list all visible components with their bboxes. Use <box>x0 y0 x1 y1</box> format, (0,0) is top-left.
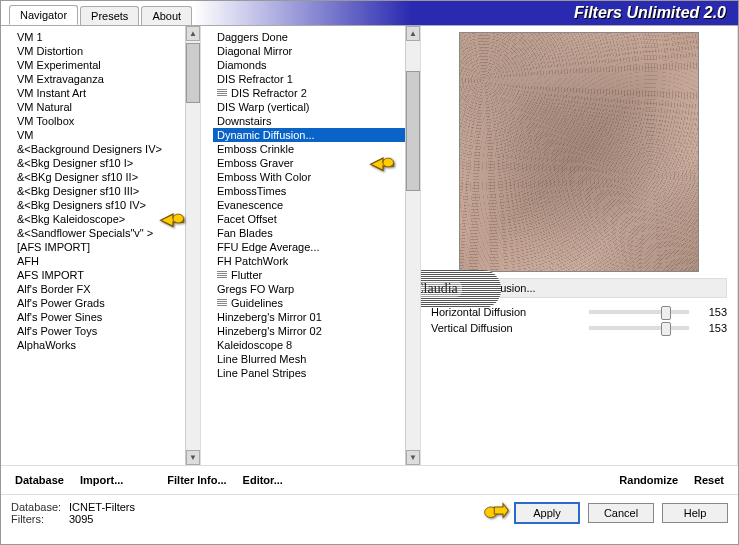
list-item[interactable]: &<Bkg Kaleidoscope> <box>13 212 200 226</box>
tab-presets[interactable]: Presets <box>80 6 139 25</box>
list-item-label: DIS Refractor 1 <box>217 73 293 85</box>
list-item[interactable]: &<BKg Designer sf10 II> <box>13 170 200 184</box>
list-item-label: Downstairs <box>217 115 271 127</box>
list-item[interactable]: Downstairs <box>213 114 420 128</box>
list-item[interactable]: Flutter <box>213 268 420 282</box>
list-item[interactable]: Emboss Graver <box>213 156 420 170</box>
list-item[interactable]: VM 1 <box>13 30 200 44</box>
app-title: Filters Unlimited 2.0 <box>574 4 726 22</box>
list-item-label: FFU Edge Average... <box>217 241 320 253</box>
list-item[interactable]: Hinzeberg's Mirror 01 <box>213 310 420 324</box>
list-item[interactable]: VM Experimental <box>13 58 200 72</box>
list-item-label: DIS Refractor 2 <box>231 87 307 99</box>
list-item-label: Line Panel Stripes <box>217 367 306 379</box>
param-value: 153 <box>697 322 727 334</box>
list-item-label: DIS Warp (vertical) <box>217 101 310 113</box>
list-item[interactable]: VM Extravaganza <box>13 72 200 86</box>
preset-icon <box>217 271 227 279</box>
list-item[interactable]: Kaleidoscope 8 <box>213 338 420 352</box>
preset-icon <box>217 299 227 307</box>
list-item[interactable]: Facet Offset <box>213 212 420 226</box>
list-item[interactable]: &<Background Designers IV> <box>13 142 200 156</box>
scroll-down-icon[interactable]: ▼ <box>406 450 420 465</box>
help-button[interactable]: Help <box>662 503 728 523</box>
list-item[interactable]: AFS IMPORT <box>13 268 200 282</box>
filter-info-button[interactable]: Filter Info... <box>163 472 230 488</box>
list-item[interactable]: [AFS IMPORT] <box>13 240 200 254</box>
tab-about[interactable]: About <box>141 6 192 25</box>
apply-button[interactable]: Apply <box>514 502 580 524</box>
database-button[interactable]: Database <box>11 472 68 488</box>
list-item[interactable]: DIS Warp (vertical) <box>213 100 420 114</box>
list-item[interactable]: Alf's Power Grads <box>13 296 200 310</box>
list-item[interactable]: DIS Refractor 2 <box>213 86 420 100</box>
list-item-label: Diagonal Mirror <box>217 45 292 57</box>
list-item[interactable]: &<Bkg Designer sf10 I> <box>13 156 200 170</box>
list-item[interactable]: Alf's Border FX <box>13 282 200 296</box>
param-value: 153 <box>697 306 727 318</box>
list-item-label: FH PatchWork <box>217 255 288 267</box>
list-item[interactable]: &<Bkg Designers sf10 IV> <box>13 198 200 212</box>
list-item[interactable]: VM Instant Art <box>13 86 200 100</box>
pointer-hand-icon <box>482 500 510 520</box>
footer-info: Database:ICNET-Filters Filters:3095 <box>11 501 135 525</box>
preset-icon <box>217 89 227 97</box>
cancel-button[interactable]: Cancel <box>588 503 654 523</box>
scroll-thumb[interactable] <box>406 71 420 191</box>
list-item-label: Hinzeberg's Mirror 02 <box>217 325 322 337</box>
list-item[interactable]: Line Blurred Mesh <box>213 352 420 366</box>
list-item[interactable]: Alf's Power Toys <box>13 324 200 338</box>
svg-point-2 <box>485 507 497 518</box>
scrollbar-categories[interactable]: ▲ ▼ <box>185 26 200 465</box>
list-item[interactable]: Guidelines <box>213 296 420 310</box>
list-item[interactable]: Alf's Power Sines <box>13 310 200 324</box>
list-item[interactable]: Emboss Crinkle <box>213 142 420 156</box>
category-list[interactable]: VM 1VM DistortionVM ExperimentalVM Extra… <box>1 26 200 465</box>
list-item[interactable]: Line Panel Stripes <box>213 366 420 380</box>
scroll-up-icon[interactable]: ▲ <box>406 26 420 41</box>
list-item-label: EmbossTimes <box>217 185 286 197</box>
list-item[interactable]: Hinzeberg's Mirror 02 <box>213 324 420 338</box>
preview-image <box>459 32 699 272</box>
param-slider[interactable] <box>589 326 689 330</box>
reset-button[interactable]: Reset <box>690 472 728 488</box>
list-item[interactable]: AlphaWorks <box>13 338 200 352</box>
list-item[interactable]: Evanescence <box>213 198 420 212</box>
list-item[interactable]: FFU Edge Average... <box>213 240 420 254</box>
list-item[interactable]: Dynamic Diffusion... <box>213 128 420 142</box>
list-item[interactable]: Gregs FO Warp <box>213 282 420 296</box>
scroll-down-icon[interactable]: ▼ <box>186 450 200 465</box>
list-item-label: Emboss Crinkle <box>217 143 294 155</box>
watermark: Claudia <box>421 270 501 308</box>
scrollbar-filters[interactable]: ▲ ▼ <box>405 26 420 465</box>
list-item[interactable]: VM Toolbox <box>13 114 200 128</box>
scroll-up-icon[interactable]: ▲ <box>186 26 200 41</box>
filter-list[interactable]: Daggers DoneDiagonal MirrorDiamondsDIS R… <box>201 26 420 465</box>
list-item[interactable]: Emboss With Color <box>213 170 420 184</box>
list-item[interactable]: Diagonal Mirror <box>213 44 420 58</box>
import-button[interactable]: Import... <box>76 472 127 488</box>
list-item[interactable]: VM Distortion <box>13 44 200 58</box>
list-item-label: Facet Offset <box>217 213 277 225</box>
list-item[interactable]: Fan Blades <box>213 226 420 240</box>
scroll-thumb[interactable] <box>186 43 200 103</box>
list-item-label: Kaleidoscope 8 <box>217 339 292 351</box>
list-item[interactable]: &<Sandflower Specials"v" > <box>13 226 200 240</box>
param-slider[interactable] <box>589 310 689 314</box>
list-item[interactable]: Daggers Done <box>213 30 420 44</box>
list-item[interactable]: DIS Refractor 1 <box>213 72 420 86</box>
list-item[interactable]: VM <box>13 128 200 142</box>
list-item[interactable]: VM Natural <box>13 100 200 114</box>
list-item-label: Guidelines <box>231 297 283 309</box>
editor-button[interactable]: Editor... <box>239 472 287 488</box>
list-item[interactable]: Diamonds <box>213 58 420 72</box>
list-item-label: Daggers Done <box>217 31 288 43</box>
tab-navigator[interactable]: Navigator <box>9 5 78 25</box>
list-item[interactable]: AFH <box>13 254 200 268</box>
randomize-button[interactable]: Randomize <box>615 472 682 488</box>
list-item[interactable]: &<Bkg Designer sf10 III> <box>13 184 200 198</box>
list-item-label: Line Blurred Mesh <box>217 353 306 365</box>
list-item-label: Gregs FO Warp <box>217 283 294 295</box>
list-item[interactable]: EmbossTimes <box>213 184 420 198</box>
list-item[interactable]: FH PatchWork <box>213 254 420 268</box>
